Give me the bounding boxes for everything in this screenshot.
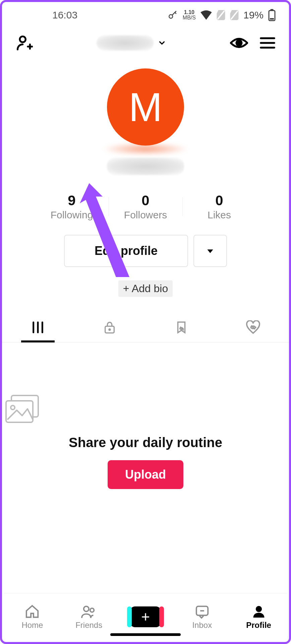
avatar-initial: M [129,84,162,130]
eye-icon[interactable] [230,36,248,50]
profile-avatar[interactable]: M [107,68,184,146]
chevron-down-icon [158,39,166,47]
svg-point-0 [169,15,173,18]
nav-label-inbox: Inbox [192,621,212,630]
status-bar: 16:03 1.10 MB/S 19% [2,2,289,28]
empty-title: Share your daily routine [2,435,289,450]
svg-rect-4 [271,9,274,11]
likes-stat[interactable]: 0 Likes [182,193,256,221]
nav-label-profile: Profile [246,621,271,630]
following-count: 9 [35,193,109,209]
svg-point-6 [20,37,25,42]
add-friend-icon[interactable] [15,34,33,52]
plus-icon: + [141,609,150,624]
battery-icon [268,9,276,21]
svg-point-27 [255,606,261,612]
profile-stats: 9 Following 0 Followers 0 Likes [2,193,289,221]
wifi-icon [200,10,212,20]
tab-saved[interactable] [146,312,217,342]
svg-rect-5 [270,18,274,20]
nav-home[interactable]: Home [4,593,61,640]
likes-label: Likes [182,209,256,221]
add-bio-button[interactable]: + Add bio [118,280,173,297]
lock-icon [103,320,116,335]
friends-icon [80,604,98,619]
sim2-icon [230,10,239,20]
svg-marker-11 [207,250,213,253]
nav-label-friends: Friends [75,621,102,630]
tab-liked[interactable] [217,312,289,342]
nav-friends[interactable]: Friends [61,593,117,640]
profile-header [2,28,289,55]
profile-more-button[interactable] [193,235,227,267]
bookmark-hidden-icon [174,320,189,334]
upload-button[interactable]: Upload [108,460,183,489]
svg-point-24 [90,608,94,612]
grid-icon [31,321,45,334]
tab-posts[interactable] [2,312,74,342]
following-stat[interactable]: 9 Following [35,193,109,221]
account-switcher[interactable] [97,35,166,51]
following-label: Following [35,209,109,221]
username-redacted [97,35,154,51]
nav-inbox[interactable]: Inbox [174,593,230,640]
profile-icon [251,604,266,619]
sim1-icon [217,10,225,20]
likes-count: 0 [182,193,256,209]
home-icon [24,604,40,619]
followers-stat[interactable]: 0 Followers [109,193,182,221]
content-tabs [2,312,289,342]
network-speed: 1.10 MB/S [183,10,196,20]
home-indicator [110,633,181,636]
create-button[interactable]: + [130,606,161,627]
inbox-icon [194,604,210,619]
heart-hidden-icon [245,320,261,334]
tab-private[interactable] [74,312,146,342]
nav-profile[interactable]: Profile [230,593,287,640]
followers-count: 0 [109,193,182,209]
photos-icon [2,393,289,426]
handle-redacted [107,158,184,175]
nav-label-home: Home [21,621,43,630]
edit-profile-button[interactable]: Edit profile [64,235,188,267]
hamburger-menu-icon[interactable] [259,36,276,50]
key-icon [167,10,178,20]
battery-percent: 19% [243,9,264,21]
empty-state: Share your daily routine Upload [2,393,289,489]
bottom-nav: Home Friends + Inbox Profile [4,593,287,640]
svg-point-7 [236,40,242,46]
followers-label: Followers [109,209,182,221]
svg-point-16 [109,329,110,330]
status-time: 16:03 [52,9,77,21]
svg-point-23 [84,606,89,611]
